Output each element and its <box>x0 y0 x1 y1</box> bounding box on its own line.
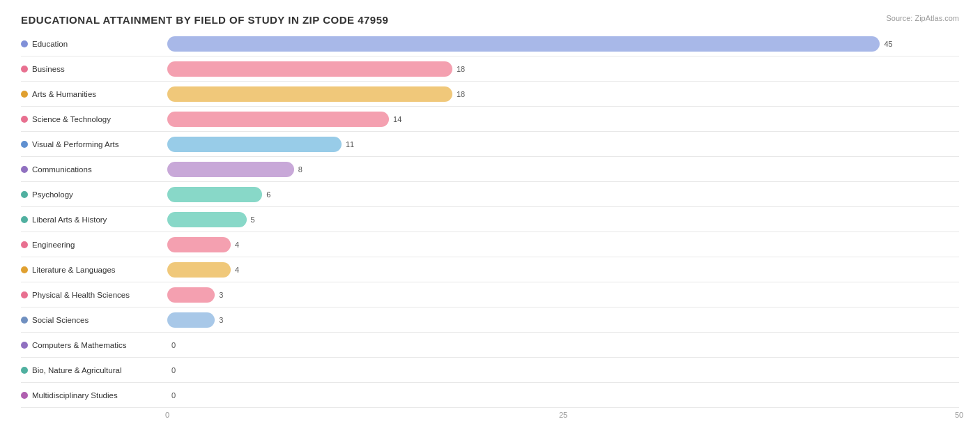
bar-fill: 18 <box>167 86 452 102</box>
bar-fill: 18 <box>167 61 452 77</box>
bar-row: Multidisciplinary Studies0 <box>21 383 959 408</box>
bar-value-label: 4 <box>235 237 239 252</box>
bar-track: 3 <box>167 312 959 328</box>
x-axis-tick: 0 <box>165 411 169 419</box>
bar-label: Literature & Languages <box>21 266 167 274</box>
bar-label: Bio, Nature & Agricultural <box>21 366 167 374</box>
label-dot <box>21 342 28 349</box>
bar-label-text: Business <box>32 65 65 73</box>
label-dot <box>21 392 28 399</box>
bar-fill: 5 <box>167 212 247 227</box>
bar-track: 11 <box>167 137 959 152</box>
bar-label-text: Computers & Mathematics <box>32 341 127 349</box>
bar-label-text: Engineering <box>32 241 75 249</box>
label-dot <box>21 116 28 123</box>
bar-value-label: 45 <box>884 36 892 52</box>
label-dot <box>21 141 28 148</box>
bar-track: 5 <box>167 212 959 227</box>
bar-label-text: Liberal Arts & History <box>32 215 107 224</box>
bar-fill: 45 <box>167 36 880 52</box>
bar-label: Multidisciplinary Studies <box>21 391 167 400</box>
bar-label-text: Literature & Languages <box>32 266 116 274</box>
bar-row: Bio, Nature & Agricultural0 <box>21 358 959 383</box>
bar-value-label: 4 <box>235 262 239 278</box>
bar-value-label: 11 <box>346 137 354 152</box>
bar-track: 45 <box>167 36 959 52</box>
bar-label: Social Sciences <box>21 316 167 324</box>
bar-value-label: 6 <box>266 187 270 202</box>
bar-row: Visual & Performing Arts11 <box>21 132 959 157</box>
bar-row: Communications8 <box>21 157 959 182</box>
bar-row: Engineering4 <box>21 232 959 257</box>
bar-row: Psychology6 <box>21 182 959 207</box>
bar-value-label: 0 <box>171 337 176 353</box>
bar-row: Business18 <box>21 56 959 82</box>
bar-label-text: Education <box>32 40 68 48</box>
bar-row: Physical & Health Sciences3 <box>21 282 959 308</box>
label-dot <box>21 91 28 98</box>
bar-label-text: Bio, Nature & Agricultural <box>32 366 121 374</box>
bar-label: Education <box>21 40 167 48</box>
bar-row: Arts & Humanities18 <box>21 82 959 107</box>
bar-fill: 8 <box>167 162 294 177</box>
bar-value-label: 3 <box>219 287 223 303</box>
bar-track: 8 <box>167 162 959 177</box>
bar-label: Visual & Performing Arts <box>21 140 167 149</box>
label-dot <box>21 317 28 324</box>
bar-label-text: Communications <box>32 165 92 174</box>
label-dot <box>21 241 28 248</box>
bar-track: 14 <box>167 112 959 127</box>
chart-title: EDUCATIONAL ATTAINMENT BY FIELD OF STUDY… <box>21 14 959 26</box>
source-label: Source: ZipAtlas.com <box>886 14 959 22</box>
bar-fill: 4 <box>167 237 231 252</box>
bar-track: 18 <box>167 86 959 102</box>
bar-row: Social Sciences3 <box>21 308 959 333</box>
chart-area: Education45Business18Arts & Humanities18… <box>21 31 959 384</box>
bar-value-label: 5 <box>251 212 255 227</box>
bar-label-text: Arts & Humanities <box>32 90 96 98</box>
bar-row: Liberal Arts & History5 <box>21 207 959 232</box>
label-dot <box>21 216 28 223</box>
chart-container: EDUCATIONAL ATTAINMENT BY FIELD OF STUDY… <box>0 0 980 440</box>
bar-row: Computers & Mathematics0 <box>21 333 959 358</box>
label-dot <box>21 266 28 273</box>
bar-label: Engineering <box>21 241 167 249</box>
bar-track: 0 <box>167 363 959 378</box>
bar-label: Communications <box>21 165 167 174</box>
bars-section: Education45Business18Arts & Humanities18… <box>21 31 959 408</box>
bar-fill: 3 <box>167 287 215 303</box>
label-dot <box>21 367 28 374</box>
bar-label: Business <box>21 65 167 73</box>
bar-label: Science & Technology <box>21 115 167 123</box>
bar-label: Computers & Mathematics <box>21 341 167 349</box>
bar-track: 18 <box>167 61 959 77</box>
bar-label-text: Psychology <box>32 190 73 199</box>
bar-label: Psychology <box>21 190 167 199</box>
bar-track: 4 <box>167 237 959 252</box>
bar-label: Arts & Humanities <box>21 90 167 98</box>
bar-label-text: Visual & Performing Arts <box>32 140 118 149</box>
x-axis-tick: 25 <box>559 411 567 419</box>
bar-track: 0 <box>167 337 959 353</box>
label-dot <box>21 166 28 173</box>
bar-row: Science & Technology14 <box>21 107 959 132</box>
label-dot <box>21 191 28 198</box>
bar-row: Education45 <box>21 31 959 56</box>
bar-value-label: 0 <box>171 388 176 403</box>
bar-fill: 3 <box>167 312 215 328</box>
bar-value-label: 0 <box>171 363 176 378</box>
label-dot <box>21 40 28 47</box>
bar-label: Physical & Health Sciences <box>21 291 167 299</box>
bar-value-label: 3 <box>219 312 223 328</box>
bar-track: 3 <box>167 287 959 303</box>
bar-label-text: Physical & Health Sciences <box>32 291 130 299</box>
bar-fill: 14 <box>167 112 389 127</box>
bar-row: Literature & Languages4 <box>21 257 959 282</box>
bar-label-text: Social Sciences <box>32 316 89 324</box>
label-dot <box>21 66 28 73</box>
bar-label-text: Multidisciplinary Studies <box>32 391 118 400</box>
bar-fill: 4 <box>167 262 231 278</box>
bar-track: 6 <box>167 187 959 202</box>
bar-value-label: 18 <box>457 86 465 102</box>
bar-label: Liberal Arts & History <box>21 215 167 224</box>
